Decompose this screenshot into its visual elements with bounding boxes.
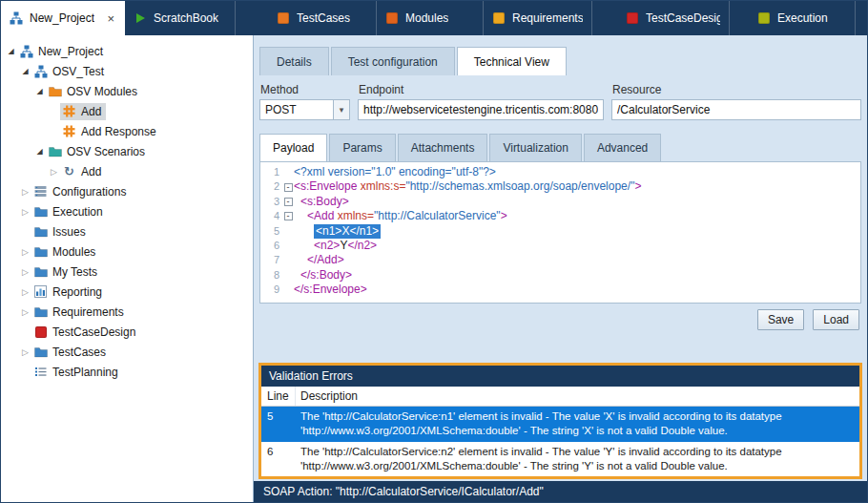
spacer [254, 330, 867, 363]
code-line[interactable]: 6 <n2>Y</n2> [260, 239, 860, 253]
tree-expander-icon[interactable]: ◢ [33, 87, 46, 95]
code-text: </s:Envelope> [294, 283, 367, 297]
fold-collapse-icon[interactable]: - [284, 183, 293, 192]
tab-execution[interactable]: Execution [749, 1, 856, 35]
fold-collapse-icon[interactable]: - [284, 198, 293, 206]
tree-expander-icon[interactable]: ▷ [19, 207, 31, 217]
code-text: <n2>Y</n2> [314, 239, 377, 253]
modules-icon [385, 11, 399, 25]
code-line[interactable]: 4 - <Add xmlns="http://CalculatorService… [260, 209, 860, 223]
payload-tab-label: Params [342, 141, 382, 155]
endpoint-input[interactable] [358, 99, 604, 120]
tab-testcasedesign[interactable]: TestCaseDesign [617, 1, 730, 35]
line-number: 2 [260, 179, 279, 194]
tree-item-label: Reporting [52, 285, 102, 299]
tab-close-icon[interactable]: × [105, 12, 116, 25]
tree-item-issues[interactable]: Issues [1, 221, 253, 241]
tree-item-new-project[interactable]: ◢ New_Project [1, 41, 253, 61]
tree-expander-icon[interactable]: ▷ [19, 347, 31, 357]
tab-params[interactable]: Params [329, 134, 395, 161]
tree-expander-icon[interactable]: ▷ [19, 307, 31, 317]
tree-item-label: OSV Scenarios [67, 145, 145, 158]
code-line[interactable]: 7 </Add> [260, 253, 860, 267]
tree-item-add[interactable]: ▷ ↻ Add [1, 161, 253, 181]
code-line[interactable]: 9 </s:Envelope> [260, 283, 860, 297]
tree-item-add[interactable]: Add [1, 101, 253, 121]
fold-collapse-icon[interactable]: - [284, 212, 293, 220]
tab-label: TestCases [297, 11, 350, 25]
requirements-icon [492, 11, 506, 25]
code-text: <s:Envelope xmlns:s="http://schemas.xmls… [294, 179, 641, 194]
tree-expander-icon[interactable]: ▷ [48, 167, 60, 177]
project-tree-icon [19, 45, 33, 58]
code-line[interactable]: 8 </s:Body> [260, 268, 860, 283]
validation-column-headers: Line Description [261, 387, 859, 407]
view-tab-label: Details [277, 55, 312, 69]
tab-requirements[interactable]: Requirements [484, 1, 592, 35]
tree-item-label: Add Response [81, 125, 156, 138]
column-header-description: Description [296, 389, 358, 403]
code-text: </Add> [307, 253, 344, 267]
error-line-number: 6 [261, 442, 296, 476]
code-text: <n1>X</n1> [314, 224, 381, 239]
column-header-line: Line [261, 387, 296, 406]
tree-expander-icon[interactable]: ▷ [19, 187, 31, 197]
tree-expander-icon[interactable]: ▷ [19, 267, 31, 277]
tree-item-label: TestCases [52, 346, 106, 359]
tree-item-osv-modules[interactable]: ◢ OSV Modules [1, 81, 253, 101]
code-line[interactable]: 5 <n1>X</n1> [260, 224, 860, 239]
tree-expander-icon[interactable]: ▷ [19, 247, 31, 257]
code-line[interactable]: 1 <?xml version="1.0" encoding="utf-8"?> [260, 165, 860, 179]
tab-technical-view[interactable]: Technical View [457, 47, 567, 75]
dropdown-arrow-icon[interactable]: ▾ [333, 100, 349, 119]
tree-item-osv-scenarios[interactable]: ◢ OSV Scenarios [1, 141, 253, 161]
tree-expander-icon[interactable]: ◢ [33, 147, 46, 156]
validation-error-row[interactable]: 5 The 'http://CalculatorService:n1' elem… [261, 407, 859, 441]
tree-item-testcases[interactable]: ▷ TestCases [1, 342, 253, 362]
error-description: The 'http://CalculatorService:n1' elemen… [296, 407, 859, 441]
tree-item-testcasedesign[interactable]: TestCaseDesign [1, 322, 253, 342]
folder-blue-icon [33, 305, 48, 319]
code-text: </s:Body> [300, 268, 352, 283]
tab-modules[interactable]: Modules [377, 1, 484, 35]
validation-error-row[interactable]: 6 The 'http://CalculatorService:n2' elem… [261, 442, 859, 476]
tree-item-modules[interactable]: ▷ Modules [1, 241, 253, 262]
tree-expander-icon[interactable]: ◢ [5, 47, 17, 55]
code-line[interactable]: 2 - <s:Envelope xmlns:s="http://schemas.… [260, 179, 860, 194]
osv-module-icon [62, 125, 76, 138]
tab-label: Requirements [512, 11, 583, 25]
testplanning-list-icon [33, 366, 48, 379]
method-select[interactable]: POST ▾ [259, 99, 350, 120]
xml-payload-editor[interactable]: 1 <?xml version="1.0" encoding="utf-8"?>… [259, 161, 861, 304]
resource-input[interactable] [611, 99, 861, 120]
tab-advanced[interactable]: Advanced [584, 134, 661, 161]
tree-item-add-response[interactable]: Add Response [1, 121, 253, 141]
tree-expander-icon[interactable]: ▷ [19, 287, 31, 297]
tree-item-label: OSV Modules [67, 85, 137, 98]
tree-item-configurations[interactable]: ▷ Configurations [1, 181, 253, 201]
tab-test-configuration[interactable]: Test configuration [331, 47, 455, 75]
tree-item-testplanning[interactable]: TestPlanning [1, 362, 253, 382]
line-number: 4 [260, 209, 279, 223]
tree-expander-icon[interactable]: ◢ [19, 67, 31, 75]
tree-item-reporting[interactable]: ▷ Reporting [1, 282, 253, 302]
tree-item-osv-test[interactable]: ◢ OSV_Test [1, 61, 253, 81]
project-tree-icon [10, 11, 23, 25]
tab-attachments[interactable]: Attachments [398, 134, 488, 161]
tab-virtualization[interactable]: Virtualization [489, 134, 581, 161]
tree-item-execution[interactable]: ▷ Execution [1, 201, 253, 221]
tab-new-project[interactable]: New_Project × [1, 1, 125, 35]
code-line[interactable]: 3 - <s:Body> [260, 195, 860, 209]
tab-testcases[interactable]: TestCases [268, 1, 377, 35]
app-window: New_Project × ScratchBook TestCases Modu… [0, 0, 868, 503]
tree-item-requirements[interactable]: ▷ Requirements [1, 302, 253, 322]
folder-teal-icon [48, 145, 62, 158]
save-button[interactable]: Save [757, 309, 804, 330]
load-button[interactable]: Load [813, 309, 859, 330]
main-panel: Details Test configuration Technical Vie… [254, 35, 867, 502]
tree-item-label: Add [81, 165, 101, 178]
tree-item-my-tests[interactable]: ▷ My Tests [1, 262, 253, 282]
tab-scratchbook[interactable]: ScratchBook [125, 1, 236, 35]
tab-payload[interactable]: Payload [259, 134, 327, 161]
tab-details[interactable]: Details [259, 47, 329, 75]
